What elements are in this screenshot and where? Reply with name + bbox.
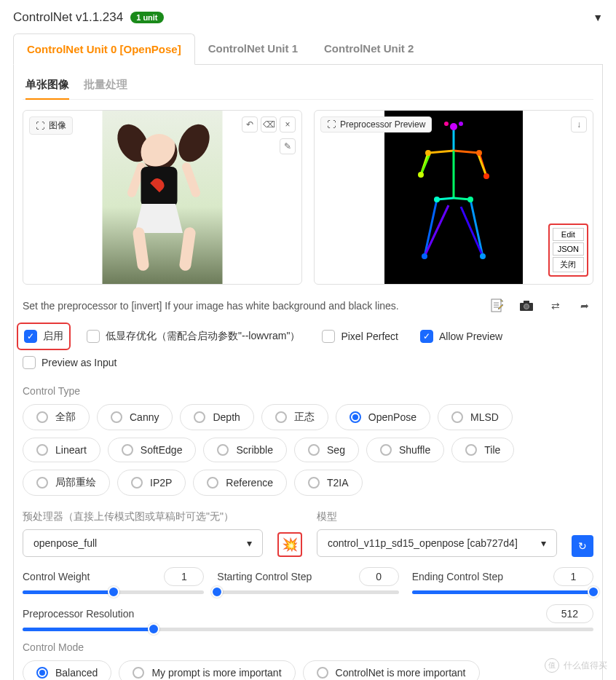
control-type-lineart[interactable]: Lineart bbox=[23, 438, 100, 462]
unit-panel: 单张图像 批量处理 ⛶图像 ↶ ⌫ × ✎ bbox=[13, 65, 603, 680]
model-dropdown[interactable]: control_v11p_sd15_openpose [cab727d4] ▾ bbox=[317, 529, 557, 557]
radio-icon bbox=[275, 411, 287, 423]
source-image bbox=[103, 111, 223, 285]
control-type-depth[interactable]: Depth bbox=[180, 404, 253, 430]
control-mode-options: BalancedMy prompt is more importantContr… bbox=[23, 660, 593, 680]
tab-batch[interactable]: 批量处理 bbox=[84, 78, 127, 92]
control-type-seg[interactable]: Seg bbox=[294, 438, 359, 462]
run-preprocessor-button[interactable]: 💥 bbox=[277, 532, 302, 557]
slider-track[interactable] bbox=[23, 628, 593, 631]
svg-point-18 bbox=[476, 150, 482, 156]
preprocessor-label: 预处理器（直接上传模式图或草稿时可选"无"） bbox=[23, 510, 263, 523]
svg-point-1 bbox=[450, 123, 457, 130]
resolution-slider: Preprocessor Resolution 512 bbox=[23, 604, 593, 631]
end-step-value[interactable]: 1 bbox=[553, 567, 593, 586]
control-type-mlsd[interactable]: MLSD bbox=[438, 404, 513, 430]
svg-point-17 bbox=[425, 150, 431, 156]
erase-icon[interactable]: ⌫ bbox=[261, 116, 277, 133]
control-type-openpose[interactable]: OpenPose bbox=[336, 404, 430, 430]
collapse-caret-icon[interactable]: ▼ bbox=[593, 12, 603, 23]
slider-track[interactable] bbox=[412, 590, 593, 594]
radio-icon bbox=[207, 477, 218, 489]
radio-icon bbox=[308, 444, 320, 456]
resolution-value[interactable]: 512 bbox=[546, 604, 593, 623]
enable-checkbox[interactable]: ✓ 启用 bbox=[17, 323, 71, 350]
control-type-scribble[interactable]: Scribble bbox=[203, 438, 287, 462]
doc-icon[interactable] bbox=[489, 298, 506, 314]
json-button[interactable]: JSON bbox=[553, 242, 584, 256]
control-type-softedge[interactable]: SoftEdge bbox=[108, 438, 197, 462]
checkbox-icon bbox=[87, 330, 100, 343]
svg-line-16 bbox=[461, 207, 483, 256]
lowvram-checkbox[interactable]: 低显存优化（需配合启动参数"--lowvram"） bbox=[87, 330, 300, 343]
watermark: 值 什么值得买 bbox=[545, 658, 607, 673]
control-type-tile[interactable]: Tile bbox=[451, 438, 514, 462]
download-icon[interactable]: ↓ bbox=[571, 116, 587, 133]
radio-icon bbox=[465, 444, 477, 456]
preview-edit-buttons: Edit JSON 关闭 bbox=[548, 224, 588, 277]
control-mode-option[interactable]: ControlNet is more important bbox=[303, 660, 480, 680]
model-label: 模型 bbox=[317, 510, 557, 523]
image-mode-tabs: 单张图像 批量处理 bbox=[23, 74, 593, 100]
control-type-t2ia[interactable]: T2IA bbox=[294, 470, 363, 496]
close-button[interactable]: 关闭 bbox=[553, 257, 584, 272]
control-mode-option[interactable]: Balanced bbox=[23, 660, 111, 680]
pixel-perfect-checkbox[interactable]: Pixel Perfect bbox=[322, 330, 398, 343]
tab-unit-1[interactable]: ControlNet Unit 1 bbox=[195, 33, 311, 64]
unit-badge: 1 unit bbox=[130, 12, 163, 23]
control-type-局部重绘[interactable]: 局部重绘 bbox=[23, 470, 110, 496]
control-mode-option[interactable]: My prompt is more important bbox=[119, 660, 295, 680]
radio-icon bbox=[194, 411, 205, 423]
tab-single-image[interactable]: 单张图像 bbox=[25, 78, 69, 100]
svg-point-23 bbox=[422, 253, 427, 259]
radio-icon bbox=[317, 667, 328, 679]
camera-icon[interactable] bbox=[518, 298, 535, 314]
undo-icon[interactable]: ↶ bbox=[242, 116, 258, 133]
control-weight-value[interactable]: 1 bbox=[164, 567, 204, 586]
svg-line-13 bbox=[425, 205, 449, 256]
svg-rect-30 bbox=[524, 301, 529, 304]
start-step-value[interactable]: 0 bbox=[359, 567, 399, 586]
control-type-正态[interactable]: 正态 bbox=[261, 404, 328, 430]
panel-header: ControlNet v1.1.234 1 unit ▼ bbox=[13, 6, 603, 29]
checkbox-icon: ✓ bbox=[420, 330, 433, 343]
chevron-down-icon: ▾ bbox=[541, 537, 546, 549]
radio-icon bbox=[122, 444, 133, 456]
swap-icon[interactable]: ⇄ bbox=[547, 298, 564, 314]
pencil-icon[interactable]: ✎ bbox=[280, 138, 296, 154]
preview-label: ⛶Preprocessor Preview bbox=[320, 116, 432, 133]
radio-icon bbox=[36, 477, 48, 489]
edit-button[interactable]: Edit bbox=[553, 228, 584, 241]
allow-preview-checkbox[interactable]: ✓ Allow Preview bbox=[420, 330, 502, 343]
send-icon[interactable]: ➦ bbox=[576, 298, 593, 314]
openpose-preview bbox=[384, 111, 523, 285]
control-type-全部[interactable]: 全部 bbox=[23, 404, 90, 430]
svg-point-22 bbox=[467, 197, 473, 202]
control-type-ip2p[interactable]: IP2P bbox=[117, 470, 186, 496]
slider-track[interactable] bbox=[23, 590, 204, 594]
radio-icon bbox=[133, 667, 144, 679]
hint-row: Set the preprocessor to [invert] If your… bbox=[23, 292, 593, 323]
tab-unit-2[interactable]: ControlNet Unit 2 bbox=[311, 33, 427, 64]
preview-image-panel: ⛶Preprocessor Preview ↓ bbox=[314, 110, 593, 285]
preprocessor-dropdown[interactable]: openpose_full ▾ bbox=[23, 529, 263, 557]
refresh-button[interactable]: ↻ bbox=[572, 535, 593, 557]
svg-point-21 bbox=[434, 197, 440, 202]
control-type-reference[interactable]: Reference bbox=[193, 470, 287, 496]
svg-point-20 bbox=[483, 173, 489, 179]
radio-icon bbox=[308, 477, 320, 489]
close-icon[interactable]: × bbox=[280, 116, 296, 133]
source-image-panel[interactable]: ⛶图像 ↶ ⌫ × ✎ bbox=[23, 110, 302, 285]
svg-point-31 bbox=[524, 304, 529, 309]
preview-as-input-checkbox[interactable]: Preview as Input bbox=[23, 356, 117, 369]
start-step-slider: Starting Control Step 0 bbox=[217, 567, 398, 594]
radio-icon bbox=[36, 667, 48, 679]
radio-icon bbox=[111, 411, 122, 423]
control-type-shuffle[interactable]: Shuffle bbox=[366, 438, 444, 462]
tab-unit-0[interactable]: ControlNet Unit 0 [OpenPose] bbox=[13, 33, 195, 65]
svg-line-15 bbox=[470, 199, 483, 256]
chevron-down-icon: ▾ bbox=[247, 537, 252, 549]
slider-track[interactable] bbox=[217, 590, 398, 594]
control-type-canny[interactable]: Canny bbox=[97, 404, 173, 430]
hint-text: Set the preprocessor to [invert] If your… bbox=[23, 300, 477, 312]
